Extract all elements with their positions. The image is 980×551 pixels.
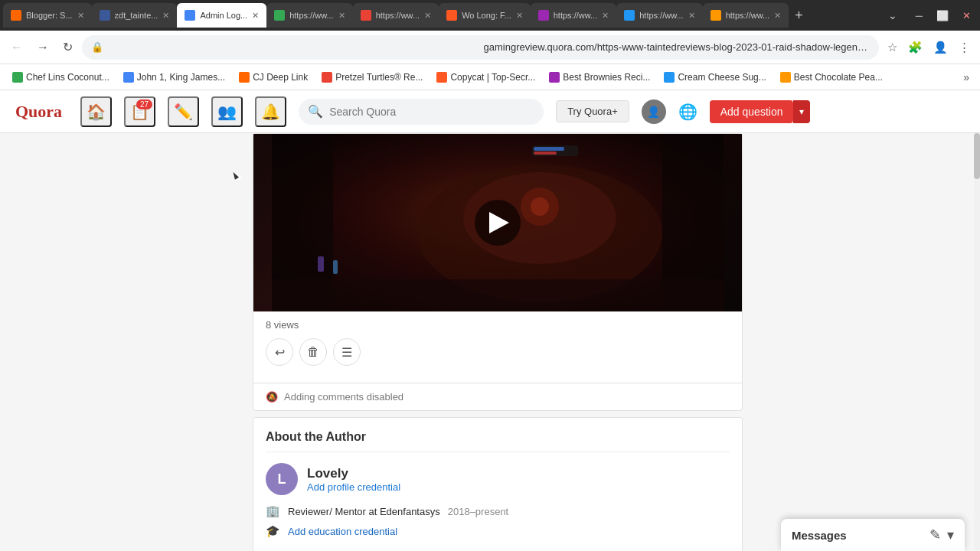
window-controls: ─ ⬜ ✕ [910, 7, 977, 24]
compose-message-button[interactable]: ✎ [929, 527, 941, 543]
tab-https2[interactable]: https://ww... ✕ [353, 3, 439, 28]
add-credential-link[interactable]: Add profile credential [307, 481, 400, 493]
tab-title-https5: https://ww... [726, 11, 769, 20]
address-bar[interactable]: 🔒 gamingreview.quora.com/https-www-taint… [82, 35, 879, 60]
play-button[interactable] [475, 200, 521, 246]
add-question-group: Add question ▾ [710, 100, 811, 123]
bookmark-copycat[interactable]: Copycat | Top-Secr... [430, 70, 541, 85]
video-thumbnail [253, 134, 742, 311]
author-name: Lovely [307, 466, 400, 481]
tab-favicon-https5 [710, 10, 721, 21]
bookmark-favicon-pretzel [322, 72, 332, 83]
bookmark-star-button[interactable]: ☆ [884, 37, 901, 57]
collapse-messages-button[interactable]: ▾ [947, 527, 954, 543]
more-button[interactable]: ⋮ [955, 37, 974, 57]
extensions-button[interactable]: 🧩 [904, 37, 926, 57]
tab-zdt[interactable]: zdt_tainte... ✕ [92, 3, 178, 28]
tab-favicon-admin [185, 10, 195, 21]
bookmark-label-cj: CJ Deep Link [253, 72, 308, 83]
tab-close-https5[interactable]: ✕ [774, 11, 781, 21]
add-question-dropdown[interactable]: ▾ [793, 100, 810, 123]
nav-bar: ← → ↻ 🔒 gamingreview.quora.com/https-www… [0, 31, 980, 64]
bookmark-chocolate[interactable]: Best Chocolate Pea... [774, 70, 889, 85]
tab-close-wolong[interactable]: ✕ [516, 11, 523, 21]
bookmarks-overflow[interactable]: » [959, 69, 974, 86]
bookmark-favicon-cream [664, 72, 675, 83]
undo-button[interactable]: ↩ [266, 338, 293, 366]
author-education-row: 🎓 Add education credential [266, 524, 730, 538]
add-education-link[interactable]: Add education credential [288, 526, 397, 537]
tab-favicon-https1 [274, 10, 285, 21]
feed-nav-button[interactable]: 📋 27 [124, 96, 155, 127]
user-avatar[interactable]: 👤 [642, 99, 666, 124]
scroll-thumb[interactable] [974, 133, 980, 179]
new-tab-button[interactable]: + [789, 8, 809, 24]
quora-header: Quora 🏠 📋 27 ✏️ 👥 🔔 🔍 Try Quora+ 👤 🌐 Add… [0, 90, 980, 133]
back-button[interactable]: ← [6, 37, 28, 57]
spaces-nav-button[interactable]: 👥 [211, 96, 243, 127]
bookmark-chef-lins[interactable]: Chef Lins Coconut... [6, 70, 116, 85]
edit-nav-button[interactable]: ✏️ [168, 96, 199, 127]
tab-admin[interactable]: Admin Log... ✕ [177, 3, 266, 28]
tab-close-blogger[interactable]: ✕ [77, 11, 84, 21]
list-button[interactable]: ☰ [333, 338, 361, 366]
scrollbar-area [743, 133, 980, 551]
quora-content: 8 views ↩ 🗑 ☰ 🔕 Adding comments disabled… [0, 133, 980, 551]
tab-https4[interactable]: https://ww... ✕ [616, 3, 702, 28]
bookmark-label-pretzel: Pretzel Turtles® Re... [335, 72, 423, 83]
scroll-track[interactable] [974, 133, 980, 551]
bookmark-label-john: John 1, King James... [137, 72, 225, 83]
tab-https3[interactable]: https://ww... ✕ [531, 3, 616, 28]
tab-close-https2[interactable]: ✕ [424, 11, 431, 21]
tab-https1[interactable]: https://ww... ✕ [266, 3, 352, 28]
address-text: gamingreview.quora.com/https-www-tainted… [484, 41, 871, 53]
minimize-button[interactable]: ─ [910, 7, 929, 24]
tab-close-https1[interactable]: ✕ [338, 11, 345, 21]
notifications-nav-button[interactable]: 🔔 [255, 96, 286, 127]
quora-logo[interactable]: Quora [15, 102, 62, 122]
bookmark-brownies[interactable]: Best Brownies Reci... [543, 70, 656, 85]
author-avatar[interactable]: L [266, 463, 298, 495]
maximize-button[interactable]: ⬜ [930, 7, 955, 24]
tab-blogger[interactable]: Blogger: S... ✕ [3, 3, 92, 28]
sidebar-right [743, 133, 980, 551]
profile-button[interactable]: 👤 [929, 37, 952, 57]
comments-disabled-text: Adding comments disabled [284, 391, 403, 403]
bookmark-john1[interactable]: John 1, King James... [117, 70, 231, 85]
article-section: 8 views ↩ 🗑 ☰ 🔕 Adding comments disabled [253, 133, 743, 411]
forward-button[interactable]: → [32, 37, 54, 57]
close-button[interactable]: ✕ [956, 7, 977, 24]
bookmark-label-brownies: Best Brownies Reci... [563, 72, 650, 83]
messages-controls: ✎ ▾ [929, 527, 954, 543]
tab-title-blogger: Blogger: S... [26, 11, 73, 20]
add-question-button[interactable]: Add question [710, 100, 794, 123]
video-play-overlay[interactable] [253, 134, 742, 311]
search-input[interactable] [329, 106, 534, 118]
tab-close-zdt[interactable]: ✕ [162, 11, 169, 21]
messages-widget[interactable]: Messages ✎ ▾ [781, 519, 965, 551]
tab-close-https3[interactable]: ✕ [602, 11, 609, 21]
bookmark-pretzel[interactable]: Pretzel Turtles® Re... [315, 70, 429, 85]
tab-close-admin[interactable]: ✕ [252, 11, 259, 21]
home-nav-button[interactable]: 🏠 [80, 96, 112, 127]
bookmark-favicon-john [123, 72, 134, 83]
tab-title-https1: https://ww... [289, 11, 333, 20]
sidebar-left [0, 133, 253, 551]
about-author-section: About the Author L Lovely Add profile cr… [253, 417, 743, 551]
tab-title-wolong: Wo Long: F... [462, 11, 511, 20]
tab-wolong[interactable]: Wo Long: F... ✕ [439, 3, 531, 28]
try-quora-plus-button[interactable]: Try Quora+ [556, 100, 629, 122]
delete-button[interactable]: 🗑 [299, 338, 327, 366]
video-container[interactable] [253, 134, 742, 311]
views-count: 8 views [266, 319, 730, 331]
language-button[interactable]: 🌐 [678, 103, 697, 121]
role-icon: 🏢 [266, 504, 280, 518]
bookmark-label-cream: Cream Cheese Sug... [678, 72, 766, 83]
tab-close-https4[interactable]: ✕ [688, 11, 695, 21]
bookmark-cj-deep[interactable]: CJ Deep Link [233, 70, 314, 85]
reload-button[interactable]: ↻ [58, 37, 77, 57]
search-container[interactable]: 🔍 [299, 99, 544, 125]
bookmark-cream-cheese[interactable]: Cream Cheese Sug... [658, 70, 772, 85]
tab-overflow-button[interactable]: ⌄ [882, 6, 903, 24]
tab-https5[interactable]: https://ww... ✕ [703, 3, 789, 28]
